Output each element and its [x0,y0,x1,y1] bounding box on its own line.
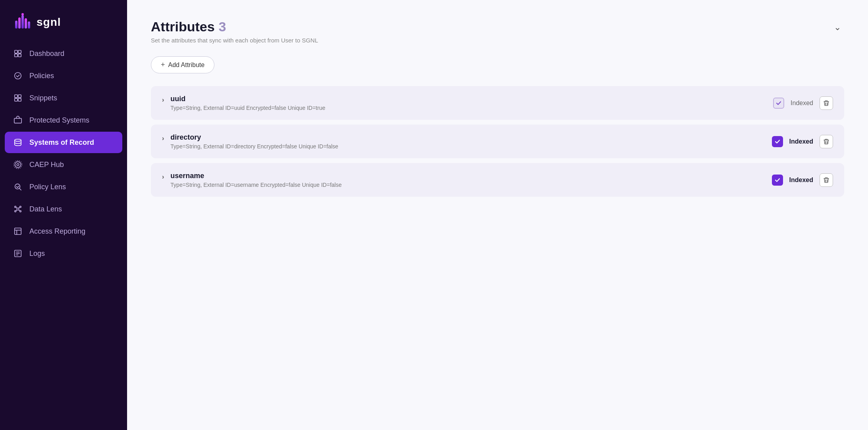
sidebar-item-label: Logs [29,250,45,258]
indexed-checkbox-username[interactable] [772,175,783,186]
snippets-icon [13,93,23,103]
attr-left-directory: › directory Type=String, External ID=dir… [162,133,766,150]
page-subtitle: Set the attributes that sync with each o… [151,37,318,44]
svg-rect-12 [18,95,21,98]
attr-info-username: username Type=String, External ID=userna… [170,172,341,188]
delete-button-uuid[interactable] [820,96,833,110]
svg-rect-11 [15,95,17,98]
access-reporting-icon [13,226,23,236]
attr-meta-uuid: Type=String, External ID=uuid Encrypted=… [170,105,325,111]
sidebar-item-label: Systems of Record [29,138,94,147]
svg-line-26 [16,207,17,208]
svg-point-17 [17,163,19,166]
svg-point-22 [15,206,16,208]
svg-rect-14 [18,98,21,101]
add-attribute-button[interactable]: + Add Attribute [151,56,214,73]
indexed-checkbox-directory[interactable] [772,136,783,147]
dashboard-icon [13,48,23,59]
indexed-label-username: Indexed [789,177,813,184]
expand-chevron-directory[interactable]: › [162,135,164,142]
svg-line-29 [19,210,20,211]
attr-left-username: › username Type=String, External ID=user… [162,172,766,188]
svg-point-18 [15,162,21,168]
svg-point-20 [15,184,20,189]
sidebar-item-access-reporting[interactable]: Access Reporting [5,221,122,242]
svg-point-5 [21,13,24,15]
svg-rect-9 [18,54,21,57]
svg-rect-2 [21,15,24,29]
expand-chevron-username[interactable]: › [162,173,164,180]
sgnl-logo-icon [13,13,32,32]
attr-info-uuid: uuid Type=String, External ID=uuid Encry… [170,95,325,111]
page-title: Attributes 3 [151,19,318,35]
svg-line-27 [19,207,20,208]
sidebar-navigation: Dashboard Policies Snippets Protected Sy… [0,43,127,264]
sidebar-item-label: Snippets [29,94,57,102]
attr-left-uuid: › uuid Type=String, External ID=uuid Enc… [162,95,767,111]
page-title-block: Attributes 3 Set the attributes that syn… [151,19,318,44]
collapse-button[interactable]: ⌄ [831,19,844,36]
systems-of-record-icon [13,137,23,148]
data-lens-icon [13,204,23,214]
svg-rect-15 [14,118,21,123]
page-header: Attributes 3 Set the attributes that syn… [151,19,844,44]
svg-rect-4 [28,21,30,29]
attr-right-username: Indexed [772,173,833,187]
svg-rect-1 [18,17,21,29]
attr-right-directory: Indexed [772,135,833,148]
svg-rect-30 [15,228,21,235]
delete-button-username[interactable] [820,173,833,187]
sidebar-item-data-lens[interactable]: Data Lens [5,198,122,220]
attribute-card-uuid: › uuid Type=String, External ID=uuid Enc… [151,86,844,120]
svg-point-23 [20,206,21,208]
sidebar-item-protected-systems[interactable]: Protected Systems [5,109,122,131]
attribute-card-directory: › directory Type=String, External ID=dir… [151,125,844,158]
sidebar-item-caep-hub[interactable]: CAEP Hub [5,154,122,175]
sidebar-item-label: Access Reporting [29,227,85,236]
logs-icon [13,248,23,259]
sidebar: sgnl Dashboard Policies Snippets Prote [0,0,127,430]
attr-name-directory: directory [170,133,338,142]
svg-rect-3 [25,18,27,29]
attributes-list: › uuid Type=String, External ID=uuid Enc… [151,86,844,197]
attr-meta-directory: Type=String, External ID=directory Encry… [170,143,338,150]
svg-point-16 [15,139,21,142]
logo-text: sgnl [37,16,61,29]
svg-point-10 [15,73,21,79]
svg-line-28 [16,210,17,211]
policy-lens-icon [13,182,23,192]
sidebar-item-label: Dashboard [29,50,64,58]
add-attribute-label: Add Attribute [168,61,205,69]
attributes-title-text: Attributes [151,19,215,35]
sidebar-item-policy-lens[interactable]: Policy Lens [5,176,122,198]
attr-name-uuid: uuid [170,95,325,103]
check-icon-uuid [775,100,782,106]
delete-icon-username [823,177,829,183]
indexed-checkbox-uuid[interactable] [773,98,784,109]
sidebar-item-label: Policies [29,72,54,80]
delete-icon-directory [823,138,829,145]
add-icon: + [161,61,165,69]
sidebar-item-label: Policy Lens [29,183,66,191]
caep-hub-icon [13,159,23,170]
sidebar-item-logs[interactable]: Logs [5,243,122,264]
svg-rect-7 [18,50,21,53]
sidebar-item-snippets[interactable]: Snippets [5,87,122,109]
attr-name-username: username [170,172,341,180]
protected-systems-icon [13,115,23,125]
policies-icon [13,71,23,81]
attribute-card-username: › username Type=String, External ID=user… [151,163,844,197]
svg-point-24 [15,211,16,212]
main-content: Attributes 3 Set the attributes that syn… [127,0,868,430]
expand-chevron-uuid[interactable]: › [162,96,164,104]
svg-rect-8 [15,54,17,57]
logo-area: sgnl [0,0,127,43]
sidebar-item-label: CAEP Hub [29,161,64,169]
sidebar-item-systems-of-record[interactable]: Systems of Record [5,132,122,153]
delete-button-directory[interactable] [820,135,833,148]
sidebar-item-dashboard[interactable]: Dashboard [5,43,122,64]
check-icon-username [774,177,781,183]
check-icon-directory [774,138,781,145]
sidebar-item-policies[interactable]: Policies [5,65,122,86]
attr-meta-username: Type=String, External ID=username Encryp… [170,182,341,188]
